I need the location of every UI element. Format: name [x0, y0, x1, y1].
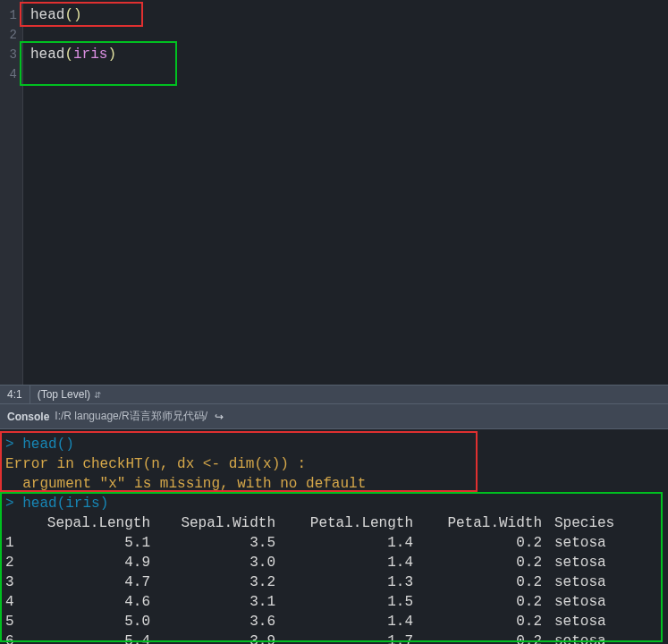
token-paren: )	[107, 47, 116, 63]
line-number-gutter: 1 2 3 4	[0, 0, 23, 385]
table-cell: 0.2	[417, 631, 545, 644]
code-line	[30, 64, 661, 84]
table-cell: 3.2	[154, 572, 279, 592]
table-row: 5 5.0 3.6 1.4 0.2 setosa	[5, 612, 663, 631]
table-cell: setosa	[545, 533, 644, 553]
scope-selector[interactable]: (Top Level)⇵	[38, 388, 101, 401]
table-header: Sepal.Length	[21, 513, 154, 533]
table-header: Petal.Length	[279, 513, 417, 533]
console-error-line: Error in checkHT(n, dx <- dim(x)) :	[5, 454, 663, 474]
code-line	[30, 25, 661, 45]
token-paren: (	[64, 47, 73, 63]
table-cell: 0.2	[417, 533, 545, 553]
token-function: head	[30, 7, 64, 23]
table-cell: 5.0	[21, 612, 154, 631]
table-header: Petal.Width	[417, 513, 545, 533]
table-cell: 3.9	[154, 631, 279, 644]
table-cell: 4.9	[21, 553, 154, 572]
prompt-char: >	[5, 436, 14, 453]
table-cell: 1.3	[279, 572, 417, 592]
table-row: 2 4.9 3.0 1.4 0.2 setosa	[5, 553, 663, 572]
goto-dir-icon[interactable]: ↪	[215, 411, 224, 423]
table-cell: 3.6	[154, 612, 279, 631]
table-cell: 3.1	[154, 592, 279, 612]
token-paren: )	[65, 436, 74, 453]
table-header-row: Sepal.Length Sepal.Width Petal.Length Pe…	[5, 513, 663, 533]
table-cell: 1.7	[279, 631, 417, 644]
table-cell: 4.6	[21, 592, 154, 612]
status-separator	[30, 386, 30, 403]
token-function: head	[30, 47, 64, 63]
console-working-dir: I:/R language/R语言郑师兄代码/	[55, 409, 207, 424]
console-tab-bar: Console I:/R language/R语言郑师兄代码/ ↪	[0, 404, 668, 429]
table-cell: 4.7	[21, 572, 154, 592]
code-editor[interactable]: head() head(iris)	[23, 0, 668, 385]
table-cell: 5.4	[21, 631, 154, 644]
table-row: 6 5.4 3.9 1.7 0.2 setosa	[5, 631, 663, 644]
token-paren: (	[57, 436, 66, 453]
scope-label: (Top Level)	[38, 388, 90, 401]
table-cell: 0.2	[417, 553, 545, 572]
table-index-header	[5, 513, 21, 533]
table-cell: 0.2	[417, 592, 545, 612]
line-number: 2	[0, 25, 17, 45]
row-index: 4	[5, 592, 21, 612]
console-command: head	[22, 436, 56, 453]
table-cell: 1.4	[279, 533, 417, 553]
console-error-line: argument "x" is missing, with no default	[5, 474, 663, 494]
table-cell: setosa	[545, 572, 644, 592]
row-index: 2	[5, 553, 21, 572]
line-number: 4	[0, 64, 17, 84]
table-row: 1 5.1 3.5 1.4 0.2 setosa	[5, 533, 663, 553]
table-cell: 1.5	[279, 592, 417, 612]
console-line: > head()	[5, 435, 663, 454]
table-header: Sepal.Width	[154, 513, 279, 533]
row-index: 1	[5, 533, 21, 553]
table-row: 3 4.7 3.2 1.3 0.2 setosa	[5, 572, 663, 592]
prompt-char: >	[5, 496, 14, 512]
token-paren: )	[100, 496, 109, 512]
table-cell: setosa	[545, 631, 644, 644]
table-cell: 0.2	[417, 572, 545, 592]
code-line: head()	[30, 5, 661, 25]
token-arg: iris	[73, 47, 107, 63]
table-row: 4 4.6 3.1 1.5 0.2 setosa	[5, 592, 663, 612]
row-index: 6	[5, 631, 21, 644]
table-cell: setosa	[545, 553, 644, 572]
table-cell: 1.4	[279, 553, 417, 572]
table-cell: 0.2	[417, 612, 545, 631]
console-line: > head(iris)	[5, 494, 663, 513]
table-cell: 3.5	[154, 533, 279, 553]
row-index: 5	[5, 612, 21, 631]
table-cell: 5.1	[21, 533, 154, 553]
token-paren: )	[73, 7, 82, 23]
table-cell: 1.4	[279, 612, 417, 631]
token-paren: (	[64, 7, 73, 23]
table-cell: 3.0	[154, 553, 279, 572]
editor-status-bar: 4:1 (Top Level)⇵	[0, 385, 668, 404]
console-command: head	[22, 496, 56, 512]
code-line: head(iris)	[30, 45, 661, 64]
console-tab-label[interactable]: Console	[7, 411, 49, 423]
token-paren: (	[57, 496, 66, 512]
table-cell: setosa	[545, 612, 644, 631]
line-number: 3	[0, 45, 17, 64]
cursor-position: 4:1	[7, 388, 22, 401]
line-number: 1	[0, 5, 17, 25]
table-cell: setosa	[545, 592, 644, 612]
table-header: Species	[545, 513, 644, 533]
editor-pane: 1 2 3 4 head() head(iris)	[0, 0, 668, 385]
updown-icon: ⇵	[94, 390, 101, 400]
console-output[interactable]: > head() Error in checkHT(n, dx <- dim(x…	[0, 429, 668, 644]
token-arg: iris	[65, 496, 99, 512]
row-index: 3	[5, 572, 21, 592]
